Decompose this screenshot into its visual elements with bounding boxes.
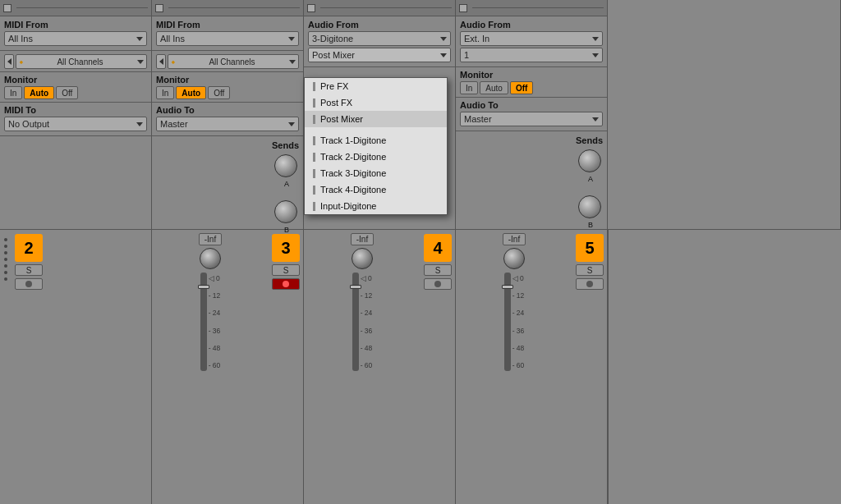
midi-to-select-1[interactable]: No Output xyxy=(4,117,147,131)
dropdown-item-track2[interactable]: Track 2-Digitone xyxy=(305,149,447,165)
monitor-in-4[interactable]: In xyxy=(460,81,478,94)
track-line-1 xyxy=(16,7,148,8)
monitor-off-4[interactable]: Off xyxy=(510,81,533,94)
audio-to-label-2: Audio To xyxy=(156,105,299,115)
fader-body-2: ◁ 0 - 12 - 24 - 36 - 48 - 60 xyxy=(200,273,221,371)
monitor-buttons-2: In Auto Off xyxy=(156,86,299,99)
dropdown-item-track3[interactable]: Track 3-Digitone xyxy=(305,165,447,181)
dropdown-item-track4[interactable]: Track 4-Digitone xyxy=(305,181,447,198)
track-indicator-1 xyxy=(3,4,11,12)
track-panel-4: Audio From Ext. In 1 Monitor In Auto xyxy=(456,0,608,229)
midi-from-select-2[interactable]: All Ins xyxy=(156,31,299,46)
audio-to-select-2[interactable]: Master xyxy=(156,117,299,131)
channels-block-1: ⬥ All Channels xyxy=(0,51,151,72)
midi-to-block-1: MIDI To No Output xyxy=(0,103,151,136)
sends-knobs-2: A B xyxy=(156,154,299,225)
d-dot xyxy=(4,277,7,281)
pan-knob-2[interactable] xyxy=(200,248,221,269)
audio-to-label-4: Audio To xyxy=(460,100,603,110)
track-panel-rest xyxy=(608,0,841,229)
track-line-4 xyxy=(472,7,604,8)
fader-thumb-3[interactable] xyxy=(350,285,361,289)
solo-btn-3[interactable]: S xyxy=(424,264,452,276)
midi-from-arrow-2 xyxy=(288,37,295,41)
midi-from-block-2: MIDI From All Ins xyxy=(152,16,303,51)
monitor-auto-1[interactable]: Auto xyxy=(24,86,54,99)
arm-btn-1[interactable] xyxy=(15,278,43,290)
pd-bar xyxy=(313,169,315,178)
monitor-in-2[interactable]: In xyxy=(156,86,174,99)
fader-wrap-2: -Inf ◁ 0 - 12 - 24 - 36 - 48 - 60 xyxy=(152,230,269,504)
send-b-knob-2[interactable]: B xyxy=(274,200,299,225)
channels-select-1[interactable]: ⬥ All Channels xyxy=(16,54,147,69)
arm-dot-4 xyxy=(586,281,593,287)
chan-left-arrow-1[interactable] xyxy=(4,54,14,69)
fader-body-3: ◁ 0 - 12 - 24 - 36 - 48 - 60 xyxy=(352,273,373,371)
audio-sub-select-3[interactable]: Post Mixer xyxy=(308,48,451,62)
track-number-4[interactable]: 5 xyxy=(576,234,604,262)
fader-scale-3: ◁ 0 - 12 - 24 - 36 - 48 - 60 xyxy=(361,273,373,371)
track-bottom-2: -Inf ◁ 0 - 12 - 24 - 36 - 48 - 60 xyxy=(152,230,304,504)
monitor-off-2[interactable]: Off xyxy=(208,86,230,99)
audio-from-arrow-3 xyxy=(440,37,447,41)
solo-btn-1[interactable]: S xyxy=(15,264,43,276)
audio-sub-select-4[interactable]: 1 xyxy=(460,48,603,62)
dropdown-item-pre-fx[interactable]: Pre FX xyxy=(305,78,447,94)
fader-thumb-4[interactable] xyxy=(502,285,513,289)
audio-from-select-3[interactable]: 3-Digitone xyxy=(308,31,451,46)
send-a-knob-4[interactable]: A xyxy=(578,149,603,174)
audio-from-select-4[interactable]: Ext. In xyxy=(460,31,603,46)
arm-btn-4[interactable] xyxy=(576,278,604,290)
send-b-knob-4[interactable]: B xyxy=(578,195,603,220)
fader-rail-2[interactable] xyxy=(200,273,207,371)
pd-bar xyxy=(313,186,315,195)
track-controls-1: 2 S xyxy=(11,230,46,504)
monitor-auto-2[interactable]: Auto xyxy=(176,86,206,99)
audio-from-label-4: Audio From xyxy=(460,20,603,30)
track-top-bar-2 xyxy=(152,0,303,16)
dropdown-item-input[interactable]: Input-Digitone xyxy=(305,198,447,214)
fader-rail-4[interactable] xyxy=(504,273,511,371)
audio-sub-arrow-3 xyxy=(440,53,447,57)
track-bottom-4: -Inf ◁ 0 - 12 - 24 - 36 - 48 - 60 xyxy=(456,230,608,504)
arm-btn-3[interactable] xyxy=(424,278,452,290)
audio-to-select-4[interactable]: Master xyxy=(460,112,603,126)
vol-label-4: -Inf xyxy=(503,233,526,245)
fader-scale-2: ◁ 0 - 12 - 24 - 36 - 48 - 60 xyxy=(209,273,221,371)
dropdown-item-track1[interactable]: Track 1-Digitone xyxy=(305,132,447,149)
monitor-off-1[interactable]: Off xyxy=(56,86,78,99)
track-number-3[interactable]: 4 xyxy=(424,234,452,262)
monitor-section-1: Monitor In Auto Off xyxy=(0,72,151,103)
sends-label-2: Sends xyxy=(156,140,299,150)
track-indicator-4 xyxy=(459,4,467,12)
pd-bar xyxy=(313,136,315,145)
send-a-knob-2[interactable]: A xyxy=(274,154,299,179)
fader-thumb-2[interactable] xyxy=(198,285,209,289)
fader-wrap-3: -Inf ◁ 0 - 12 - 24 - 36 - 48 - 60 xyxy=(304,230,420,504)
solo-btn-2[interactable]: S xyxy=(272,264,300,276)
track-controls-3: 4 S xyxy=(420,230,455,504)
fader-rail-3[interactable] xyxy=(352,273,359,371)
channels-select-2[interactable]: ⬥ All Channels xyxy=(168,54,299,69)
track-indicator-2 xyxy=(155,4,163,12)
audio-to-block-4: Audio To Master xyxy=(456,98,607,131)
midi-from-label-2: MIDI From xyxy=(156,20,299,30)
pan-knob-3[interactable] xyxy=(352,248,373,269)
monitor-auto-4[interactable]: Auto xyxy=(480,81,508,94)
audio-sub-dropdown[interactable]: Pre FX Post FX Post Mixer Track 1-Digito… xyxy=(304,77,448,215)
track-bottom-1: 2 S xyxy=(0,230,152,504)
fader-scale-4: ◁ 0 - 12 - 24 - 36 - 48 - 60 xyxy=(512,273,525,371)
midi-from-select-1[interactable]: All Ins xyxy=(4,31,147,46)
audio-to-arrow-2 xyxy=(288,122,295,126)
pan-knob-4[interactable] xyxy=(503,248,525,269)
dropdown-item-post-mixer[interactable]: Post Mixer xyxy=(305,111,447,127)
rest-bottom xyxy=(608,230,841,504)
chan-left-arrow-2[interactable] xyxy=(156,54,166,69)
track-number-1[interactable]: 2 xyxy=(15,234,43,262)
arm-btn-2[interactable] xyxy=(272,278,300,290)
dropdown-item-post-fx[interactable]: Post FX xyxy=(305,94,447,111)
track-number-2[interactable]: 3 xyxy=(272,234,300,262)
monitor-in-1[interactable]: In xyxy=(4,86,22,99)
solo-btn-4[interactable]: S xyxy=(576,264,604,276)
tri-right-2 xyxy=(159,58,163,65)
